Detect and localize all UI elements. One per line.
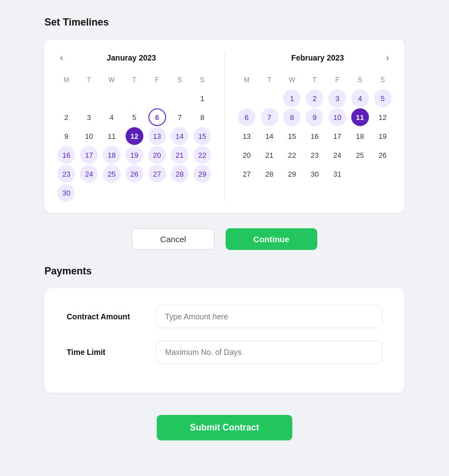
jan-header-S2: S — [192, 74, 213, 88]
feb-day-9[interactable]: 9 — [306, 108, 323, 126]
jan-empty — [80, 184, 98, 202]
contract-amount-row: Contract Amount — [67, 305, 382, 328]
jan-day-4[interactable]: 4 — [103, 108, 121, 126]
jan-day-29[interactable]: 29 — [193, 165, 211, 183]
jan-empty — [103, 89, 121, 107]
feb-day-7[interactable]: 7 — [261, 108, 278, 126]
jan-day-16[interactable]: 16 — [57, 146, 75, 164]
jan-day-7[interactable]: 7 — [171, 108, 188, 126]
feb-day-18[interactable]: 18 — [351, 127, 369, 145]
jan-day-20[interactable]: 20 — [148, 146, 166, 164]
january-calendar: ‹ Januray 2023 M T W T F S S 1 — [50, 51, 219, 202]
jan-day-11[interactable]: 11 — [103, 127, 121, 145]
cancel-button[interactable]: Cancel — [132, 228, 214, 250]
feb-header-F: F — [327, 74, 348, 88]
jan-day-13[interactable]: 13 — [148, 127, 166, 145]
feb-day-27[interactable]: 27 — [238, 165, 256, 183]
payments-title: Payments — [44, 265, 405, 277]
feb-day-16[interactable]: 16 — [306, 127, 323, 145]
jan-header-F: F — [146, 74, 168, 88]
feb-day-24[interactable]: 24 — [328, 146, 346, 164]
jan-day-12[interactable]: 12 — [126, 127, 143, 145]
feb-day-31[interactable]: 31 — [328, 165, 346, 183]
set-timelines-title: Set Timelines — [44, 17, 405, 28]
feb-day-21[interactable]: 21 — [261, 146, 278, 164]
feb-header-M: M — [236, 74, 258, 88]
feb-day-2[interactable]: 2 — [306, 89, 323, 107]
january-title: Januray 2023 — [107, 53, 156, 62]
calendar-divider — [225, 51, 225, 202]
feb-day-12[interactable]: 12 — [374, 108, 392, 126]
jan-day-26[interactable]: 26 — [126, 165, 143, 183]
jan-day-27[interactable]: 27 — [148, 165, 166, 183]
contract-amount-input[interactable] — [156, 305, 382, 328]
feb-day-25[interactable]: 25 — [351, 146, 369, 164]
jan-day-23[interactable]: 23 — [57, 165, 75, 183]
jan-day-21[interactable]: 21 — [171, 146, 188, 164]
next-month-button[interactable]: › — [382, 51, 393, 65]
jan-day-9[interactable]: 9 — [57, 127, 75, 145]
jan-day-8[interactable]: 8 — [193, 108, 211, 126]
feb-day-29[interactable]: 29 — [283, 165, 301, 183]
feb-day-26[interactable]: 26 — [374, 146, 392, 164]
jan-day-14[interactable]: 14 — [171, 127, 188, 145]
jan-empty — [57, 89, 75, 107]
feb-day-17[interactable]: 17 — [328, 127, 346, 145]
feb-header-S2: S — [372, 74, 393, 88]
jan-day-28[interactable]: 28 — [171, 165, 188, 183]
jan-empty — [103, 184, 121, 202]
feb-empty — [261, 89, 278, 107]
january-header: ‹ Januray 2023 — [56, 51, 213, 65]
feb-day-30[interactable]: 30 — [306, 165, 323, 183]
jan-day-10[interactable]: 10 — [80, 127, 98, 145]
feb-day-14[interactable]: 14 — [261, 127, 278, 145]
feb-empty — [238, 89, 256, 107]
jan-day-6[interactable]: 6 — [148, 108, 166, 126]
feb-day-5[interactable]: 5 — [374, 89, 392, 107]
jan-day-22[interactable]: 22 — [193, 146, 211, 164]
jan-empty — [193, 184, 211, 202]
jan-day-15[interactable]: 15 — [193, 127, 211, 145]
february-calendar: February 2023 › M T W T F S S 1 2 3 4 5 … — [231, 51, 400, 202]
submit-contract-button[interactable]: Submit Contract — [157, 415, 292, 440]
contract-amount-label: Contract Amount — [67, 312, 156, 321]
feb-day-19[interactable]: 19 — [374, 127, 392, 145]
feb-day-20[interactable]: 20 — [238, 146, 256, 164]
submit-row: Submit Contract — [44, 415, 405, 440]
feb-day-4[interactable]: 4 — [351, 89, 369, 107]
continue-button[interactable]: Continue — [226, 228, 317, 250]
jan-day-1[interactable]: 1 — [193, 89, 211, 107]
feb-day-3[interactable]: 3 — [328, 89, 346, 107]
feb-day-10[interactable]: 10 — [328, 108, 346, 126]
jan-day-5[interactable]: 5 — [126, 108, 143, 126]
jan-empty — [80, 89, 98, 107]
feb-day-13[interactable]: 13 — [238, 127, 256, 145]
feb-day-22[interactable]: 22 — [283, 146, 301, 164]
jan-empty — [126, 184, 143, 202]
feb-day-23[interactable]: 23 — [306, 146, 323, 164]
feb-empty — [351, 165, 369, 183]
jan-header-M: M — [56, 74, 77, 88]
jan-day-25[interactable]: 25 — [103, 165, 121, 183]
jan-day-19[interactable]: 19 — [126, 146, 143, 164]
payments-section: Payments Contract Amount Time Limit — [44, 265, 405, 393]
feb-day-15[interactable]: 15 — [283, 127, 301, 145]
feb-day-1[interactable]: 1 — [283, 89, 301, 107]
jan-empty — [148, 184, 166, 202]
jan-empty — [126, 89, 143, 107]
feb-day-6[interactable]: 6 — [238, 108, 256, 126]
feb-day-28[interactable]: 28 — [261, 165, 278, 183]
jan-day-17[interactable]: 17 — [80, 146, 98, 164]
time-limit-input[interactable] — [156, 340, 382, 364]
jan-empty — [148, 89, 166, 107]
january-grid: M T W T F S S 1 2 3 4 5 6 — [56, 74, 213, 202]
feb-day-8[interactable]: 8 — [283, 108, 301, 126]
prev-month-button[interactable]: ‹ — [56, 51, 67, 65]
feb-empty — [238, 184, 256, 202]
feb-day-11[interactable]: 11 — [351, 108, 369, 126]
jan-day-2[interactable]: 2 — [57, 108, 75, 126]
jan-day-3[interactable]: 3 — [80, 108, 98, 126]
jan-day-18[interactable]: 18 — [103, 146, 121, 164]
jan-day-30[interactable]: 30 — [57, 184, 75, 202]
jan-day-24[interactable]: 24 — [80, 165, 98, 183]
